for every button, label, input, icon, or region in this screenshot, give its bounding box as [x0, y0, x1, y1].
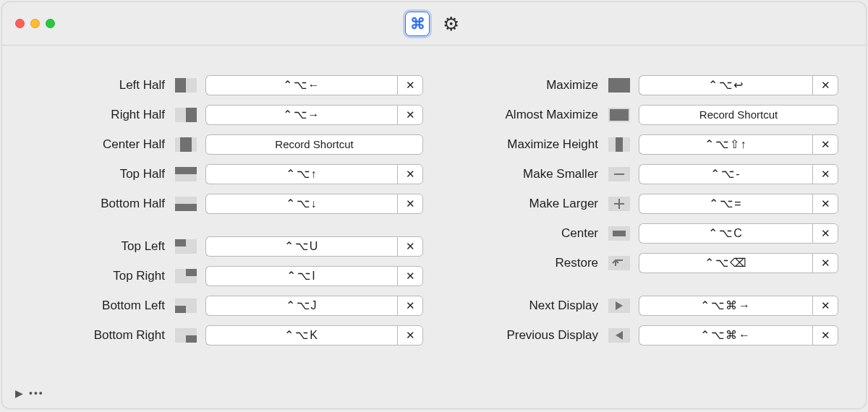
row-spacer — [445, 278, 838, 291]
left-half-clear-button[interactable]: ✕ — [397, 75, 423, 95]
previous-display-row: Previous Display⌃⌥⌘←✕ — [445, 320, 838, 350]
svg-rect-15 — [175, 306, 186, 313]
left-column: Left Half⌃⌥←✕Right Half⌃⌥→✕Center HalfRe… — [30, 70, 423, 375]
bottom-left-shortcut-value[interactable]: ⌃⌥J — [205, 296, 397, 316]
bottom-right-clear-button[interactable]: ✕ — [397, 325, 423, 346]
restore-clear-button[interactable]: ✕ — [812, 253, 838, 273]
make-larger-label: Make Larger — [445, 197, 604, 211]
maximize-shortcut-recorder[interactable]: ⌃⌥↩✕ — [639, 75, 838, 95]
restore-row: Restore⌃⌥⌫✕ — [445, 248, 838, 278]
bottom-right-label: Bottom Right — [30, 328, 171, 343]
chevron-right-icon — [608, 298, 630, 314]
right-half-icon — [175, 107, 197, 123]
gear-icon: ⚙︎ — [443, 14, 459, 33]
bottom-right-shortcut-value[interactable]: ⌃⌥K — [205, 325, 397, 346]
command-icon: ⌘ — [410, 16, 425, 31]
svg-rect-9 — [175, 204, 197, 211]
maximize-height-shortcut-value[interactable]: ⌃⌥⇧↑ — [639, 134, 812, 155]
next-display-shortcut-value[interactable]: ⌃⌥⌘→ — [639, 296, 812, 316]
make-smaller-shortcut-value[interactable]: ⌃⌥- — [639, 164, 812, 184]
svg-rect-22 — [616, 137, 623, 152]
top-half-icon — [175, 166, 197, 182]
make-smaller-shortcut-recorder[interactable]: ⌃⌥-✕ — [639, 164, 838, 184]
restore-shortcut-recorder[interactable]: ⌃⌥⌫✕ — [639, 253, 838, 273]
left-half-shortcut-value[interactable]: ⌃⌥← — [205, 75, 397, 95]
bottom-half-shortcut-value[interactable]: ⌃⌥↓ — [205, 194, 397, 214]
titlebar: ⌘ ⚙︎ — [2, 2, 866, 46]
make-larger-shortcut-value[interactable]: ⌃⌥= — [639, 194, 812, 214]
settings-tab[interactable]: ⚙︎ — [438, 12, 463, 36]
bottom-right-shortcut-recorder[interactable]: ⌃⌥K✕ — [205, 325, 423, 346]
top-left-shortcut-value[interactable]: ⌃⌥U — [205, 236, 397, 257]
almost-maximize-shortcut-value[interactable]: Record Shortcut — [639, 105, 838, 125]
maximize-clear-button[interactable]: ✕ — [812, 75, 838, 95]
maximize-shortcut-value[interactable]: ⌃⌥↩ — [639, 75, 812, 95]
preferences-window: ⌘ ⚙︎ Left Half⌃⌥←✕Right Half⌃⌥→✕Center H… — [1, 1, 867, 409]
top-half-clear-button[interactable]: ✕ — [397, 164, 423, 184]
bottom-left-label: Bottom Left — [30, 299, 171, 313]
make-smaller-clear-button[interactable]: ✕ — [812, 164, 838, 184]
bottom-half-label: Bottom Half — [30, 197, 171, 211]
restore-shortcut-value[interactable]: ⌃⌥⌫ — [639, 253, 812, 273]
center-shortcut-recorder[interactable]: ⌃⌥C✕ — [639, 223, 838, 244]
center-half-label: Center Half — [30, 137, 171, 152]
top-half-shortcut-value[interactable]: ⌃⌥↑ — [205, 164, 397, 184]
minimize-window-button[interactable] — [30, 19, 40, 28]
top-right-clear-button[interactable]: ✕ — [397, 266, 423, 286]
previous-display-label: Previous Display — [445, 328, 604, 343]
plus-icon — [608, 196, 630, 212]
center-half-shortcut-value[interactable]: Record Shortcut — [205, 134, 423, 155]
row-spacer — [30, 218, 423, 231]
previous-display-shortcut-value[interactable]: ⌃⌥⌘← — [639, 325, 812, 346]
almost-maximize-shortcut-recorder[interactable]: Record Shortcut — [639, 105, 838, 125]
top-left-shortcut-recorder[interactable]: ⌃⌥U✕ — [205, 236, 423, 257]
make-larger-shortcut-recorder[interactable]: ⌃⌥=✕ — [639, 194, 838, 214]
bottom-left-row: Bottom Left⌃⌥J✕ — [30, 291, 423, 320]
bottom-half-clear-button[interactable]: ✕ — [397, 194, 423, 214]
maximize-height-shortcut-recorder[interactable]: ⌃⌥⇧↑✕ — [639, 134, 838, 155]
more-icon[interactable]: ••• — [29, 387, 44, 399]
close-window-button[interactable] — [15, 19, 25, 28]
bottom-half-shortcut-recorder[interactable]: ⌃⌥↓✕ — [205, 194, 423, 214]
top-right-shortcut-value[interactable]: ⌃⌥I — [205, 266, 397, 286]
bottom-left-shortcut-recorder[interactable]: ⌃⌥J✕ — [205, 296, 423, 316]
zoom-window-button[interactable] — [46, 19, 55, 28]
right-half-clear-button[interactable]: ✕ — [397, 105, 423, 125]
svg-rect-17 — [186, 335, 197, 343]
maximize-row: Maximize⌃⌥↩✕ — [445, 70, 838, 100]
svg-rect-30 — [608, 256, 630, 270]
play-icon[interactable]: ▶ — [15, 387, 23, 399]
shortcuts-tab[interactable]: ⌘ — [405, 12, 430, 36]
left-half-row: Left Half⌃⌥←✕ — [30, 70, 423, 100]
top-left-row: Top Left⌃⌥U✕ — [30, 231, 423, 261]
center-shortcut-value[interactable]: ⌃⌥C — [639, 223, 812, 244]
left-half-icon — [175, 77, 197, 93]
restore-icon — [608, 255, 630, 271]
svg-rect-27 — [618, 199, 620, 209]
bottom-right-icon — [175, 327, 197, 343]
center-half-shortcut-recorder[interactable]: Record Shortcut — [205, 134, 423, 155]
next-display-shortcut-recorder[interactable]: ⌃⌥⌘→✕ — [639, 296, 838, 316]
center-clear-button[interactable]: ✕ — [812, 223, 838, 244]
right-half-shortcut-recorder[interactable]: ⌃⌥→✕ — [205, 105, 423, 125]
previous-display-shortcut-recorder[interactable]: ⌃⌥⌘←✕ — [639, 325, 838, 346]
svg-rect-5 — [180, 137, 192, 152]
window-controls — [15, 19, 55, 28]
svg-rect-18 — [608, 78, 630, 93]
bottom-left-clear-button[interactable]: ✕ — [397, 296, 423, 316]
top-left-clear-button[interactable]: ✕ — [397, 236, 423, 257]
make-larger-clear-button[interactable]: ✕ — [812, 194, 838, 214]
full-icon — [608, 77, 630, 93]
top-right-shortcut-recorder[interactable]: ⌃⌥I✕ — [205, 266, 423, 286]
top-right-label: Top Right — [30, 269, 171, 283]
svg-rect-3 — [186, 108, 197, 122]
svg-rect-11 — [175, 239, 186, 246]
right-half-shortcut-value[interactable]: ⌃⌥→ — [205, 105, 397, 125]
svg-rect-29 — [613, 231, 626, 236]
left-half-shortcut-recorder[interactable]: ⌃⌥←✕ — [205, 75, 423, 95]
maximize-height-clear-button[interactable]: ✕ — [812, 134, 838, 155]
top-left-icon — [175, 239, 197, 254]
next-display-clear-button[interactable]: ✕ — [812, 296, 838, 316]
top-half-shortcut-recorder[interactable]: ⌃⌥↑✕ — [205, 164, 423, 184]
previous-display-clear-button[interactable]: ✕ — [812, 325, 838, 346]
